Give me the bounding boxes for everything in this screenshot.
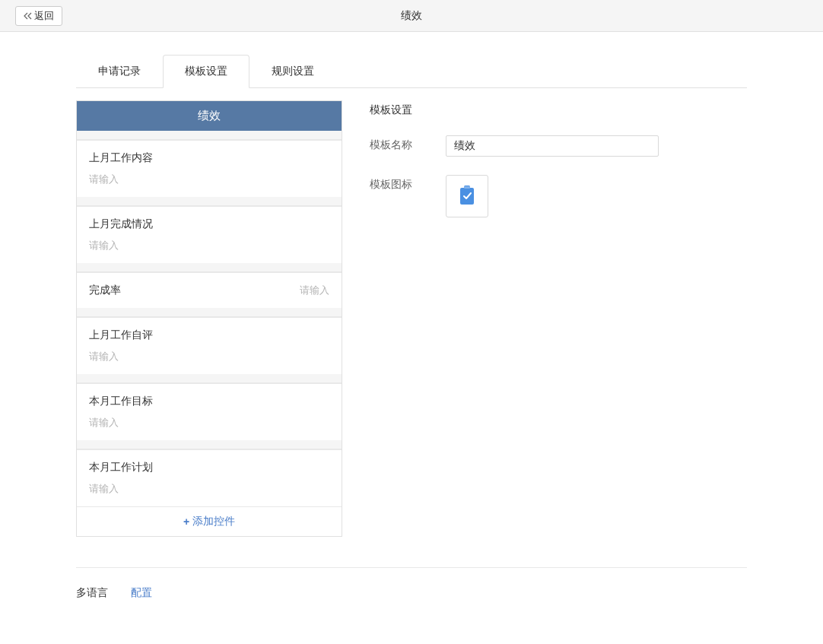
- form-field[interactable]: 本月工作计划 请输入: [77, 449, 342, 506]
- tab-label: 申请记录: [98, 65, 141, 77]
- settings-panel: 模板设置 模板名称 模板图标: [370, 100, 747, 537]
- template-icon-picker[interactable]: [446, 175, 488, 217]
- form-field-label: 上月工作内容: [89, 151, 329, 165]
- form-field-placeholder: 请输入: [89, 350, 329, 363]
- tab-template-settings[interactable]: 模板设置: [163, 55, 249, 88]
- page-title: 绩效: [401, 9, 422, 23]
- divider: [76, 567, 747, 568]
- form-builder-panel: 绩效 上月工作内容 请输入 上月完成情况 请输入 完成率 请输入 上月工作自评 …: [76, 100, 342, 537]
- plus-icon: +: [183, 516, 189, 528]
- form-field-placeholder: 请输入: [300, 284, 329, 297]
- form-field-label: 本月工作计划: [89, 461, 329, 474]
- back-button-label: 返回: [34, 9, 54, 23]
- clipboard-check-icon: [459, 186, 475, 208]
- chevron-left-double-icon: [24, 12, 33, 20]
- tab-rule-settings[interactable]: 规则设置: [249, 55, 336, 88]
- multilang-label: 多语言: [76, 586, 108, 600]
- multilang-config-link[interactable]: 配置: [131, 586, 152, 600]
- form-field-label: 上月完成情况: [89, 217, 329, 231]
- form-field-label: 本月工作目标: [89, 395, 329, 408]
- form-field-placeholder: 请输入: [89, 416, 329, 430]
- add-control-button[interactable]: +添加控件: [77, 506, 342, 536]
- form-field-label: 上月工作自评: [89, 328, 329, 342]
- form-field-placeholder: 请输入: [89, 482, 329, 496]
- tab-label: 模板设置: [185, 65, 227, 77]
- form-field-placeholder: 请输入: [89, 173, 329, 186]
- form-field-label: 完成率: [89, 284, 121, 297]
- add-control-label: 添加控件: [192, 515, 235, 527]
- template-icon-label: 模板图标: [370, 175, 446, 192]
- form-field[interactable]: 上月完成情况 请输入: [77, 206, 342, 263]
- form-template-title[interactable]: 绩效: [77, 101, 342, 131]
- settings-title: 模板设置: [370, 100, 747, 117]
- form-field[interactable]: 上月工作内容 请输入: [77, 140, 342, 197]
- tab-apply-records[interactable]: 申请记录: [76, 55, 163, 88]
- svg-rect-2: [464, 186, 470, 189]
- form-field[interactable]: 上月工作自评 请输入: [77, 317, 342, 374]
- form-field-placeholder: 请输入: [89, 239, 329, 252]
- tab-label: 规则设置: [272, 65, 314, 77]
- form-field[interactable]: 本月工作目标 请输入: [77, 383, 342, 440]
- tabs: 申请记录 模板设置 规则设置: [76, 55, 747, 88]
- template-name-input[interactable]: [446, 135, 659, 157]
- svg-rect-0: [460, 188, 474, 205]
- form-field[interactable]: 完成率 请输入: [77, 272, 342, 308]
- back-button[interactable]: 返回: [15, 6, 62, 26]
- template-name-label: 模板名称: [370, 135, 446, 152]
